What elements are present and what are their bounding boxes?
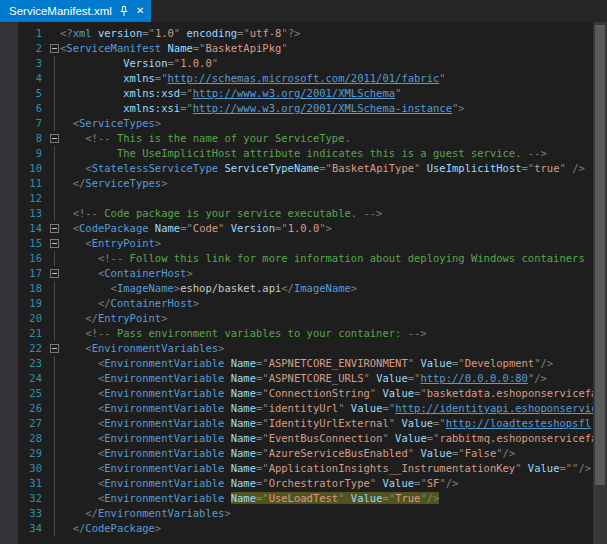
fold-collapse-icon[interactable] [50,344,59,353]
code-line[interactable]: 3 Version="1.0.0" [0,56,593,71]
code-text: <StatelessServiceType ServiceTypeName="B… [60,161,593,176]
fold-gutter[interactable] [48,41,60,56]
code-line[interactable]: 25 <EnvironmentVariable Name="Connection… [0,386,593,401]
code-line[interactable]: 4 xmlns="http://schemas.microsoft.com/20… [0,71,593,86]
code-token: rabbitmq.eshoponservicefab [439,432,593,444]
code-line[interactable]: 12 [0,191,593,206]
code-line[interactable]: 30 <EnvironmentVariable Name="Applicatio… [0,461,593,476]
code-line[interactable]: 34 </CodePackage> [0,521,593,536]
line-number: 9 [0,146,48,161]
fold-collapse-icon[interactable] [50,239,59,248]
fold-gutter[interactable] [48,236,60,251]
code-token: Name [231,477,256,489]
fold-gutter [48,161,60,176]
pin-icon[interactable] [119,6,129,17]
code-token [224,492,230,504]
fold-gutter[interactable] [48,221,60,236]
code-token: > [155,522,161,534]
code-token: xmlns [123,72,155,84]
code-line[interactable]: 16 <!-- Follow this link for more inform… [0,251,593,266]
fold-gutter[interactable] [48,131,60,146]
fold-collapse-icon[interactable] [50,134,59,143]
code-line[interactable]: 27 <EnvironmentVariable Name="IdentityUr… [0,416,593,431]
code-line[interactable]: 15 <EntryPoint> [0,236,593,251]
code-token: --> [408,327,427,339]
code-line[interactable]: 19 </ContainerHost> [0,296,593,311]
tab-title: ServiceManifest.xml [9,5,112,17]
code-token: =" [180,87,193,99]
code-token: Name [231,387,256,399]
code-line[interactable]: 2<ServiceManifest Name="BasketApiPkg" [0,41,593,56]
code-line[interactable]: 33 </EnvironmentVariables> [0,506,593,521]
code-token: Value [528,462,560,474]
code-line[interactable]: 9 The UseImplicitHost attribute indicate… [0,146,593,161]
code-token [60,477,98,489]
code-line[interactable]: 29 <EnvironmentVariable Name="AzureServi… [0,446,593,461]
code-text: The UseImplicitHost attribute indicates … [60,146,593,161]
code-token: False [465,447,497,459]
code-text: <ContainerHost> [60,266,593,281]
code-line[interactable]: 21 <!-- Pass environment variables to yo… [0,326,593,341]
code-line[interactable]: 22 <EnvironmentVariables> [0,341,593,356]
code-token: EntryPoint [92,237,155,249]
code-line[interactable]: 26 <EnvironmentVariable Name="identityUr… [0,401,593,416]
code-line[interactable]: 32 <EnvironmentVariable Name="UseLoadTes… [0,491,593,506]
code-line[interactable]: 14 <CodePackage Name="Code" Version="1.0… [0,221,593,236]
fold-region-line [54,281,55,296]
code-line[interactable]: 18 <ImageName>eshop/basket.api</ImageNam… [0,281,593,296]
code-line[interactable]: 10 <StatelessServiceType ServiceTypeName… [0,161,593,176]
code-token: Value [351,402,383,414]
code-editor[interactable]: 1<?xml version="1.0" encoding="utf-8"?>2… [0,22,607,544]
code-line[interactable]: 8 <!-- This is the name of your ServiceT… [0,131,593,146]
code-text: <ServiceManifest Name="BasketApiPkg" [60,41,593,56]
code-token [60,402,98,414]
code-token: EnvironmentVariable [104,432,224,444]
fold-collapse-icon[interactable] [50,224,59,233]
code-text: </EntryPoint> [60,311,593,326]
scrollbar-thumb[interactable] [595,25,605,485]
code-line[interactable]: 28 <EnvironmentVariable Name="EventBusCo… [0,431,593,446]
line-number: 34 [0,521,48,536]
code-line[interactable]: 11 </ServiceTypes> [0,176,593,191]
tab-servicemanifest-xml[interactable]: ServiceManifest.xml ✕ [0,0,151,22]
code-token: UseImplicitHost [427,162,522,174]
fold-collapse-icon[interactable] [50,44,59,53]
code-line[interactable]: 5 xmlns:xsd="http://www.w3.org/2001/XMLS… [0,86,593,101]
line-number: 19 [0,296,48,311]
line-number: 15 [0,236,48,251]
code-token: EnvironmentVariable [104,462,224,474]
code-token: http://loadtesteshopsfl [446,417,591,429]
code-text: <EnvironmentVariable Name="identityUrl" … [60,401,593,416]
vertical-scrollbar[interactable] [593,22,607,544]
code-token: basketdata.eshoponservicefab [427,387,593,399]
fold-gutter[interactable] [48,266,60,281]
code-token: =" [256,477,269,489]
code-line[interactable]: 6 xmlns:xsi="http://www.w3.org/2001/XMLS… [0,101,593,116]
code-token: http://www.w3.org/2001/XMLSchema [193,87,395,99]
fold-region-line [54,296,55,311]
fold-collapse-icon[interactable] [50,269,59,278]
code-text: <EnvironmentVariable Name="ApplicationIn… [60,461,593,476]
close-icon[interactable]: ✕ [136,6,144,16]
code-line[interactable]: 13 <!-- Code package is your service exe… [0,206,593,221]
code-text: xmlns="http://schemas.microsoft.com/2011… [60,71,593,86]
code-token [60,492,98,504]
code-line[interactable]: 1<?xml version="1.0" encoding="utf-8"?> [0,26,593,41]
code-line[interactable]: 7 <ServiceTypes> [0,116,593,131]
fold-gutter[interactable] [48,341,60,356]
code-line[interactable]: 31 <EnvironmentVariable Name="Orchestrat… [0,476,593,491]
code-token: > [224,507,230,519]
code-line[interactable]: 17 <ContainerHost> [0,266,593,281]
code-line[interactable]: 23 <EnvironmentVariable Name="ASPNETCORE… [0,356,593,371]
code-text: <EnvironmentVariable Name="ConnectionStr… [60,386,593,401]
fold-region-line [54,311,55,326]
code-token: =" [414,477,427,489]
code-token: EnvironmentVariable [104,492,224,504]
code-token: SF [427,477,440,489]
code-line[interactable]: 24 <EnvironmentVariable Name="ASPNETCORE… [0,371,593,386]
code-token: =" [180,102,193,114]
code-token: ContainerHost [104,267,186,279]
code-line[interactable]: 20 </EntryPoint> [0,311,593,326]
line-number: 27 [0,416,48,431]
code-token: http://www.w3.org/2001/XMLSchema-instanc… [193,102,452,114]
